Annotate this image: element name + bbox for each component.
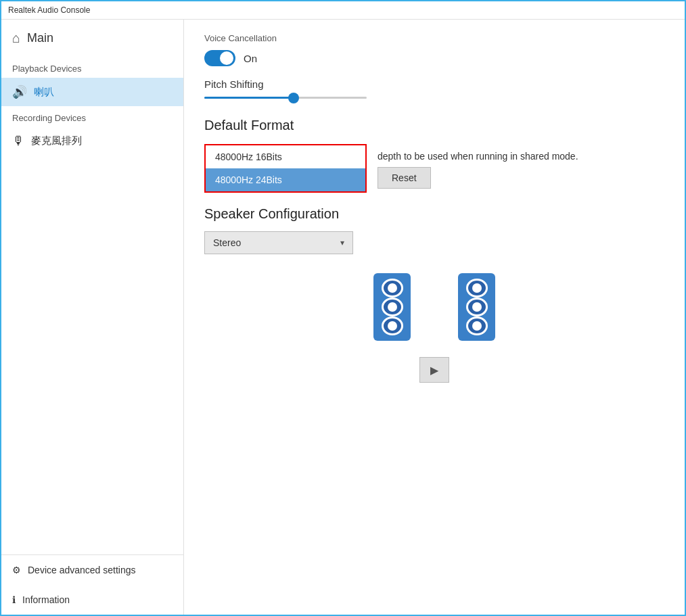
settings-icon: ⚙ [12, 565, 21, 575]
speaker-right-cone-inner-top [472, 283, 482, 293]
format-option-24bit[interactable]: 48000Hz 24Bits [206, 168, 365, 191]
pitch-slider-fill [204, 97, 294, 99]
reset-button[interactable]: Reset [378, 167, 431, 189]
speaker-left-cone-inner-bot [388, 321, 397, 331]
format-dropdown-list[interactable]: 48000Hz 16Bits 48000Hz 24Bits [204, 144, 367, 193]
speaker-left-cone-bot [382, 316, 403, 335]
sidebar-item-mic[interactable]: 🎙 麥克風排列 [1, 127, 183, 155]
main-content: Voice Cancellation On Pitch Shifting Def… [184, 20, 685, 615]
mic-icon: 🎙 [12, 134, 24, 148]
speaker-left-cone-inner-mid [388, 302, 397, 312]
speaker-right-cone-mid [466, 298, 488, 316]
voice-cancellation-row: On [204, 50, 664, 66]
speaker-icon: 🔊 [12, 85, 27, 99]
voice-cancellation-toggle[interactable] [204, 50, 235, 66]
speaker-config-title: Speaker Configuration [204, 206, 664, 222]
speaker-right [458, 273, 495, 341]
title-bar: Realtek Audio Console [1, 1, 685, 20]
information[interactable]: ℹ Information [1, 585, 183, 615]
speaker-select-value: Stereo [213, 237, 241, 248]
play-button[interactable]: ▶ [419, 357, 449, 383]
speaker-diagram [204, 273, 664, 341]
toggle-state-label: On [244, 53, 257, 64]
speaker-left-cone-inner-top [388, 283, 397, 293]
content-area: ⌂ Main Playback Devices 🔊 喇叭 Recording D… [1, 20, 685, 615]
default-format-title: Default Format [204, 118, 664, 133]
sidebar: ⌂ Main Playback Devices 🔊 喇叭 Recording D… [1, 20, 184, 615]
speaker-right-cone-inner-bot [472, 321, 482, 331]
format-right-area: depth to be used when running in shared … [378, 144, 578, 189]
play-icon: ▶ [430, 364, 438, 377]
app-window: Realtek Audio Console ⌂ Main Playback De… [0, 0, 686, 616]
pitch-slider-track[interactable] [204, 97, 367, 99]
format-option-16bit[interactable]: 48000Hz 16Bits [206, 145, 365, 168]
home-icon: ⌂ [12, 30, 20, 46]
pitch-slider-thumb[interactable] [288, 93, 299, 103]
sidebar-item-speaker[interactable]: 🔊 喇叭 [1, 78, 183, 106]
speaker-left-cone-mid [382, 298, 403, 316]
pitch-slider-container [204, 97, 367, 99]
format-description: depth to be used when running in shared … [378, 144, 578, 162]
chevron-down-icon: ▾ [340, 238, 344, 247]
sidebar-item-main[interactable]: ⌂ Main [1, 20, 183, 57]
speaker-config-select[interactable]: Stereo ▾ [204, 231, 353, 254]
play-btn-area: ▶ [204, 357, 664, 383]
speaker-label: 喇叭 [34, 86, 54, 99]
toggle-knob [220, 51, 233, 65]
sidebar-bottom: ⚙ Device advanced settings ℹ Information [1, 554, 183, 615]
pitch-shifting-label: Pitch Shifting [204, 78, 664, 90]
app-title: Realtek Audio Console [8, 5, 90, 15]
playback-section-label: Playback Devices [1, 57, 183, 78]
voice-cancellation-label: Voice Cancellation [204, 33, 664, 43]
mic-label: 麥克風排列 [31, 135, 82, 147]
sidebar-main-label: Main [27, 31, 53, 45]
speaker-right-cone-inner-mid [472, 302, 482, 312]
speaker-right-cone-bot [466, 316, 488, 335]
device-advanced-settings[interactable]: ⚙ Device advanced settings [1, 555, 183, 585]
info-icon: ℹ [12, 594, 16, 605]
recording-section-label: Recording Devices [1, 106, 183, 127]
speaker-right-cone-top [466, 279, 488, 298]
settings-label: Device advanced settings [28, 565, 136, 575]
info-label: Information [22, 594, 70, 605]
speaker-left [373, 273, 411, 341]
speaker-left-cone-top [382, 279, 403, 298]
format-dropdown-area: 48000Hz 16Bits 48000Hz 24Bits depth to b… [204, 144, 664, 193]
